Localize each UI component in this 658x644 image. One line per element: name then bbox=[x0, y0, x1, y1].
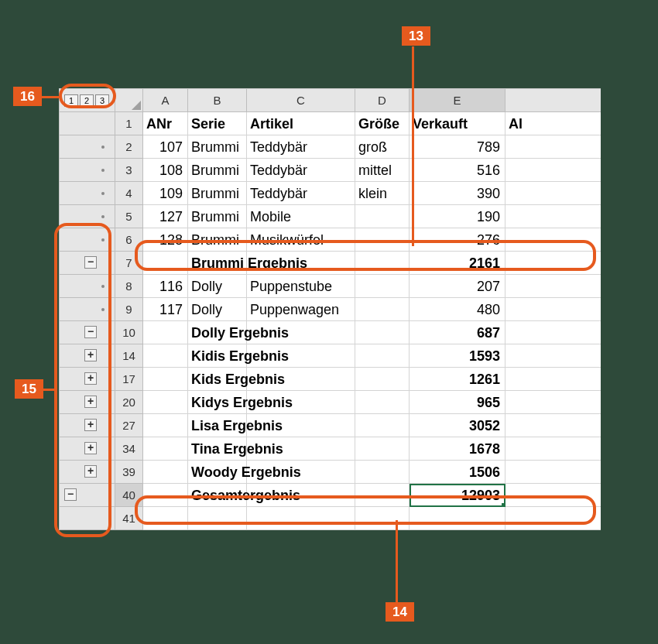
cell[interactable] bbox=[505, 484, 601, 507]
cell[interactable]: Brummi bbox=[188, 135, 247, 159]
cell[interactable] bbox=[505, 205, 601, 228]
cell[interactable]: Brummi Ergebnis bbox=[188, 252, 247, 275]
cell[interactable]: Brummi bbox=[188, 182, 247, 205]
collapse-icon[interactable]: − bbox=[84, 256, 97, 269]
header-cell[interactable]: ANr bbox=[143, 112, 188, 135]
header-cell[interactable]: Artikel bbox=[247, 112, 355, 135]
outline-level-2[interactable]: 2 bbox=[80, 94, 94, 107]
cell[interactable] bbox=[247, 391, 355, 414]
cell[interactable] bbox=[143, 368, 188, 391]
expand-icon[interactable]: + bbox=[84, 419, 97, 431]
cell[interactable]: 687 bbox=[410, 321, 505, 344]
cell[interactable]: 117 bbox=[143, 298, 188, 321]
row-header[interactable]: 10 bbox=[115, 321, 143, 344]
cell[interactable]: mittel bbox=[355, 159, 410, 182]
cell[interactable] bbox=[247, 252, 355, 275]
cell[interactable] bbox=[505, 182, 601, 205]
cell[interactable] bbox=[505, 414, 601, 437]
cell[interactable] bbox=[355, 205, 410, 228]
cell[interactable] bbox=[143, 414, 188, 437]
collapse-icon[interactable]: − bbox=[84, 326, 97, 338]
row-header[interactable]: 27 bbox=[115, 414, 143, 437]
cell[interactable]: Kids Ergebnis bbox=[188, 368, 247, 391]
cell[interactable] bbox=[355, 228, 410, 252]
cell[interactable] bbox=[355, 437, 410, 461]
cell[interactable] bbox=[143, 391, 188, 414]
row-header[interactable]: 20 bbox=[115, 391, 143, 414]
cell[interactable]: klein bbox=[355, 182, 410, 205]
spreadsheet[interactable]: 123ABCDE1ANrSerieArtikelGrößeVerkauftAl2… bbox=[59, 88, 601, 530]
cell[interactable]: 789 bbox=[410, 135, 505, 159]
cell[interactable]: 516 bbox=[410, 159, 505, 182]
cell[interactable] bbox=[247, 484, 355, 507]
cell[interactable]: Teddybär bbox=[247, 159, 355, 182]
cell[interactable] bbox=[247, 321, 355, 344]
cell[interactable]: Brummi bbox=[188, 205, 247, 228]
cell[interactable] bbox=[505, 344, 601, 368]
row-header[interactable]: 34 bbox=[115, 437, 143, 461]
row-header[interactable]: 39 bbox=[115, 461, 143, 484]
cell[interactable] bbox=[143, 344, 188, 368]
cell[interactable] bbox=[505, 135, 601, 159]
expand-icon[interactable]: + bbox=[84, 349, 97, 361]
cell[interactable] bbox=[505, 252, 601, 275]
cell[interactable]: Puppenstube bbox=[247, 275, 355, 298]
cell[interactable] bbox=[247, 437, 355, 461]
cell[interactable] bbox=[355, 391, 410, 414]
cell[interactable] bbox=[505, 298, 601, 321]
cell[interactable]: 965 bbox=[410, 391, 505, 414]
cell[interactable] bbox=[188, 507, 247, 530]
cell[interactable] bbox=[355, 461, 410, 484]
col-header-E[interactable]: E bbox=[410, 89, 505, 112]
cell[interactable]: Brummi bbox=[188, 228, 247, 252]
cell[interactable] bbox=[247, 507, 355, 530]
cell[interactable]: Kidis Ergebnis bbox=[188, 344, 247, 368]
col-header-C[interactable]: C bbox=[247, 89, 355, 112]
cell[interactable] bbox=[505, 507, 601, 530]
cell[interactable]: Woody Ergebnis bbox=[188, 461, 247, 484]
active-cell[interactable]: 12903 bbox=[410, 484, 505, 507]
cell[interactable] bbox=[355, 507, 410, 530]
cell[interactable] bbox=[505, 275, 601, 298]
cell[interactable]: Tina Ergebnis bbox=[188, 437, 247, 461]
cell[interactable]: 107 bbox=[143, 135, 188, 159]
col-header-D[interactable]: D bbox=[355, 89, 410, 112]
row-header[interactable]: 7 bbox=[115, 252, 143, 275]
cell[interactable] bbox=[247, 344, 355, 368]
row-header[interactable]: 3 bbox=[115, 159, 143, 182]
cell[interactable] bbox=[505, 437, 601, 461]
cell[interactable] bbox=[505, 228, 601, 252]
cell[interactable]: Teddybär bbox=[247, 182, 355, 205]
cell[interactable] bbox=[355, 252, 410, 275]
select-all-corner[interactable] bbox=[115, 89, 143, 112]
cell[interactable]: 109 bbox=[143, 182, 188, 205]
cell[interactable] bbox=[505, 159, 601, 182]
cell[interactable]: Puppenwagen bbox=[247, 298, 355, 321]
row-header[interactable]: 14 bbox=[115, 344, 143, 368]
row-header[interactable]: 41 bbox=[115, 507, 143, 530]
cell[interactable] bbox=[355, 484, 410, 507]
cell[interactable]: 1506 bbox=[410, 461, 505, 484]
expand-icon[interactable]: + bbox=[84, 442, 97, 454]
cell[interactable]: Teddybär bbox=[247, 135, 355, 159]
cell[interactable] bbox=[355, 298, 410, 321]
cell[interactable] bbox=[355, 368, 410, 391]
row-header[interactable]: 9 bbox=[115, 298, 143, 321]
cell[interactable] bbox=[143, 321, 188, 344]
header-cell[interactable]: Größe bbox=[355, 112, 410, 135]
row-header[interactable]: 17 bbox=[115, 368, 143, 391]
collapse-icon[interactable]: − bbox=[64, 488, 77, 501]
outline-level-1[interactable]: 1 bbox=[64, 94, 78, 107]
cell[interactable]: 390 bbox=[410, 182, 505, 205]
cell[interactable] bbox=[247, 414, 355, 437]
cell[interactable]: 2161 bbox=[410, 252, 505, 275]
cell[interactable]: groß bbox=[355, 135, 410, 159]
cell[interactable]: 190 bbox=[410, 205, 505, 228]
cell[interactable] bbox=[505, 391, 601, 414]
cell[interactable] bbox=[505, 321, 601, 344]
cell[interactable]: Musikwürfel bbox=[247, 228, 355, 252]
cell[interactable]: 480 bbox=[410, 298, 505, 321]
row-header[interactable]: 8 bbox=[115, 275, 143, 298]
cell[interactable]: Dolly bbox=[188, 298, 247, 321]
cell[interactable]: 1593 bbox=[410, 344, 505, 368]
